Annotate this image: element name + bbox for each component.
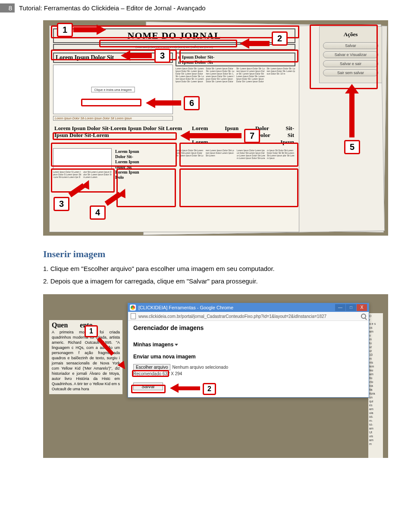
- page-header: 8 Tutorial: Ferramentas do Clickideia – …: [0, 0, 414, 16]
- window-maximize-button[interactable]: □: [346, 304, 356, 311]
- window-close-button[interactable]: X: [357, 304, 367, 311]
- chrome-popup-window: [CLICKIDEIA] Ferramentas - Google Chrome…: [128, 303, 369, 398]
- figure-1: NOME DO JORNAL (CIDADE), (DIA DA SEMANA)…: [43, 20, 388, 236]
- highlight-box: [116, 168, 176, 207]
- window-titlebar: [CLICKIDEIA] Ferramentas - Google Chrome…: [128, 303, 369, 312]
- highlight-box: [51, 143, 177, 167]
- url-text: www.clickideia.com.br/portal/jornal_Cada…: [138, 314, 361, 319]
- zoom-icon[interactable]: [361, 314, 366, 319]
- arrow-shaft: [73, 27, 97, 32]
- highlight-box: [310, 25, 378, 89]
- arrow-shaft: [154, 100, 181, 106]
- arrow-shaft: [178, 386, 200, 390]
- callout-3: 3: [154, 49, 170, 63]
- arrow-icon: [97, 25, 106, 35]
- callout-6: 6: [184, 96, 200, 110]
- instruction-2: 2. Depois que a imagem for carregada, cl…: [43, 277, 371, 286]
- arrow-icon: [170, 383, 179, 393]
- no-file-selected-text: Nenhum arquivo selecionado: [172, 365, 228, 370]
- callout-7: 7: [244, 129, 260, 143]
- callout-4: 4: [90, 205, 106, 220]
- highlight-box: [179, 168, 298, 207]
- highlight-box: [132, 370, 169, 377]
- image-caption[interactable]: Lorem Ipsun Dolor Sit-Lorem Ipsun Dolor …: [53, 116, 173, 121]
- instruction-1: 1. Clique em "Escolher arquivo" para esc…: [43, 264, 371, 273]
- window-title: [CLICKIDEIA] Ferramentas - Google Chrome: [138, 305, 335, 310]
- arrow-icon: [180, 131, 190, 141]
- upload-label: Enviar uma nova imagem: [133, 354, 364, 360]
- choose-file-button[interactable]: Escolher arquivo: [133, 364, 170, 370]
- chrome-icon: [130, 305, 136, 311]
- page-icon: [131, 313, 136, 319]
- arrow-icon: [121, 50, 130, 61]
- callout-1: 1: [57, 23, 73, 37]
- window-minimize-button[interactable]: —: [335, 304, 345, 311]
- body-text-columns: Lorem Ipsun Dolor Sit- Lorem Ipsun Dolor…: [176, 67, 295, 83]
- image-placeholder-label: Clique e insira uma imagem: [91, 87, 135, 92]
- callout-3b: 3: [53, 197, 69, 211]
- article-title-part: Quen: [52, 321, 68, 329]
- my-images-label: Minhas imagens: [133, 342, 173, 348]
- chevron-down-icon: [175, 344, 178, 346]
- page-title: Tutorial: Ferramentas do Clickideia – Ed…: [19, 4, 206, 12]
- right-text-strip: D r a e s us am u m to ur or 10 m nis le…: [368, 313, 383, 458]
- highlight-box: [81, 99, 141, 106]
- image-manager-heading: Gerenciador de imagens: [133, 324, 364, 331]
- arrow-shaft: [189, 133, 242, 138]
- highlight-box: [131, 385, 166, 393]
- callout-1: 1: [85, 325, 98, 337]
- section-heading: Inserir imagem: [43, 249, 414, 260]
- address-bar[interactable]: www.clickideia.com.br/portal/jornal_Cada…: [128, 312, 369, 321]
- callout-2: 2: [203, 383, 216, 395]
- arrow-shaft: [349, 92, 354, 137]
- article-body: A primeira moderna foi criada quadrinhos…: [52, 330, 120, 392]
- figure-2: Quen ento A primeira moderna foi criada …: [43, 294, 388, 458]
- highlight-box: [179, 143, 298, 167]
- my-images-dropdown[interactable]: Minhas imagens: [133, 342, 364, 348]
- arrow-icon: [345, 84, 359, 93]
- arrow-shaft: [248, 41, 270, 46]
- highlight-box: [53, 132, 177, 140]
- highlight-box: [179, 50, 298, 62]
- page-number: 8: [0, 3, 15, 12]
- arrow-icon: [240, 38, 249, 49]
- arrow-shaft: [129, 53, 152, 58]
- callout-2: 2: [272, 31, 288, 46]
- arrow-icon: [146, 98, 155, 108]
- highlight-box: [99, 40, 237, 47]
- callout-5: 5: [344, 140, 360, 154]
